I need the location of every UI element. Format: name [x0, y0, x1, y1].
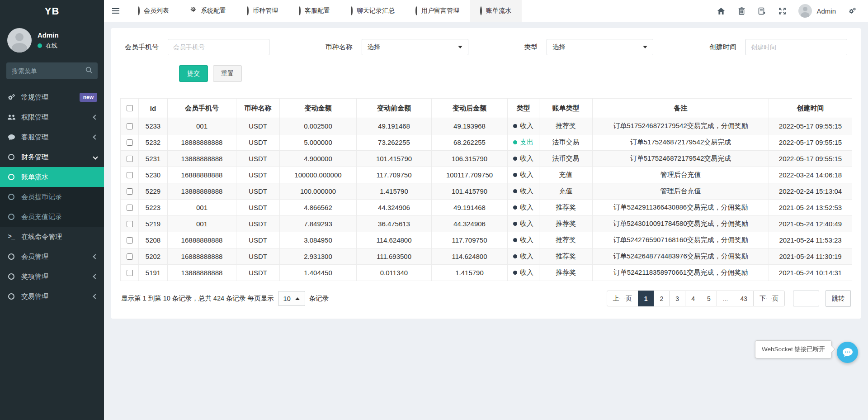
circle-icon [7, 253, 16, 260]
column-header: 币种名称 [236, 99, 280, 118]
sidebar-item[interactable]: 权限管理 [0, 107, 104, 127]
cell-created-time: 2021-05-24 11:53:23 [769, 232, 852, 248]
row-checkbox[interactable] [127, 188, 133, 195]
sidebar-item[interactable]: 奖项管理 [0, 267, 104, 286]
column-header: 类型 [508, 99, 539, 118]
table-row: 520816888888888USDT3.084950114.624800117… [121, 232, 852, 248]
cell-coin: USDT [236, 134, 280, 151]
sidebar-item[interactable]: 交易管理 [0, 286, 104, 306]
cell-bill-type: 法币交易 [539, 151, 593, 167]
circle-icon [7, 174, 16, 180]
clear-cache-icon[interactable] [758, 7, 766, 15]
coin-filter-select[interactable]: 选择 [362, 39, 468, 55]
nav-tabs: 会员列表 系统配置 币种管理 客服配置 聊天记录汇总 用户留言管理 账单流水 [127, 0, 522, 22]
select-all-checkbox[interactable] [127, 105, 133, 111]
cell-type: 收入 [508, 265, 539, 281]
home-icon[interactable] [717, 7, 725, 15]
nav-tab[interactable]: 账单流水 [470, 0, 522, 22]
row-checkbox[interactable] [127, 237, 133, 243]
chevron-down-icon [93, 154, 98, 159]
cell-type: 收入 [508, 232, 539, 248]
table-header-row: Id会员手机号币种名称变动金额变动前金额变动后金额类型账单类型备注创建时间 [121, 99, 852, 118]
nav-tab[interactable]: 聊天记录汇总 [340, 0, 405, 22]
cell-id: 5233 [139, 118, 168, 134]
sidebar-item[interactable]: 常规管理 new [0, 87, 104, 107]
cell-remark: 订单5175246872179542交易完成，分佣奖励 [593, 118, 769, 134]
row-checkbox[interactable] [127, 172, 133, 178]
cell-after-amount: 44.324906 [432, 216, 508, 232]
row-checkbox[interactable] [127, 253, 133, 260]
sidebar-item[interactable]: >_ 在线命令管理 [0, 227, 104, 247]
sidebar-search-input[interactable] [6, 62, 98, 79]
cell-created-time: 2022-05-17 09:55:15 [769, 118, 852, 134]
row-checkbox[interactable] [127, 123, 133, 129]
row-checkbox[interactable] [127, 139, 133, 146]
circle-icon [7, 194, 16, 200]
sidebar-item[interactable]: 会员提币记录 [0, 187, 104, 207]
nav-tab[interactable]: 系统配置 [179, 0, 236, 22]
reset-button[interactable]: 重置 [213, 65, 242, 82]
cell-remark: 订单5175246872179542交易完成 [593, 151, 769, 167]
table-row: 522913888888888USDT100.0000001.415790101… [121, 183, 852, 200]
row-checkbox[interactable] [127, 270, 133, 276]
cell-created-time: 2021-05-24 11:30:19 [769, 248, 852, 265]
cell-phone: 001 [168, 118, 236, 134]
prev-page-button[interactable]: 上一页 [607, 291, 638, 306]
record-summary-suffix: 条记录 [309, 294, 329, 303]
cell-phone: 16888888888 [168, 167, 236, 183]
table-row: 5233001USDT0.00250049.19146849.193968收入推… [121, 118, 852, 134]
page-button[interactable]: 5 [701, 291, 717, 306]
sidebar-item[interactable]: 账单流水 [0, 167, 104, 187]
cell-amount: 1.404450 [280, 265, 357, 281]
gears-icon[interactable] [848, 7, 856, 15]
cell-before-amount: 44.324906 [357, 200, 432, 216]
nav-tab[interactable]: 币种管理 [236, 0, 288, 22]
page-button[interactable]: 1 [638, 291, 654, 306]
nav-tab[interactable]: 会员列表 [127, 0, 179, 22]
trash-icon[interactable] [737, 7, 745, 15]
cell-created-time: 2022-05-17 09:55:15 [769, 134, 852, 151]
phone-filter-input[interactable] [168, 39, 269, 55]
circle-icon [247, 7, 249, 14]
cell-amount: 7.849293 [280, 216, 357, 232]
cell-created-time: 2022-02-24 15:13:04 [769, 183, 852, 200]
user-status-label: 在线 [46, 42, 57, 50]
chat-bubble-icon[interactable] [837, 342, 858, 363]
chevron-left-icon [93, 134, 98, 139]
cell-amount: 4.900000 [280, 151, 357, 167]
jump-page-input[interactable] [793, 291, 819, 306]
row-checkbox[interactable] [127, 156, 133, 162]
sidebar-item[interactable]: 会员充值记录 [0, 207, 104, 227]
cell-amount: 5.000000 [280, 134, 357, 151]
page-button[interactable]: 2 [654, 291, 670, 306]
page-button[interactable]: 3 [669, 291, 685, 306]
type-filter-select[interactable]: 选择 [547, 39, 653, 55]
nav-user[interactable]: Admin [798, 4, 836, 18]
cell-remark: 管理后台充值 [593, 167, 769, 183]
sidebar-item[interactable]: 会员管理 [0, 247, 104, 267]
nav-tab[interactable]: 客服配置 [288, 0, 340, 22]
row-checkbox[interactable] [127, 221, 133, 227]
row-checkbox[interactable] [127, 205, 133, 211]
type-dot-icon [513, 222, 517, 226]
cell-remark: 订单5175246872179542交易完成 [593, 134, 769, 151]
search-icon[interactable] [85, 67, 93, 75]
cell-after-amount: 68.262255 [432, 134, 508, 151]
jump-button[interactable]: 跳转 [826, 290, 851, 307]
sidebar-item[interactable]: 客服管理 [0, 127, 104, 147]
nav-tab[interactable]: 用户留言管理 [405, 0, 470, 22]
cell-after-amount: 49.191468 [432, 200, 508, 216]
hamburger-menu-icon[interactable] [104, 0, 127, 22]
cell-bill-type: 推荐奖 [539, 248, 593, 265]
time-filter-input[interactable] [745, 39, 847, 55]
online-status-icon [38, 43, 42, 48]
sidebar: YB Admin 在线 常规管理 new 权限管理 客服管理 财务管理 账单流水… [0, 0, 104, 420]
type-dot-icon [513, 238, 517, 242]
page-button[interactable]: 4 [685, 291, 701, 306]
fullscreen-icon[interactable] [778, 7, 786, 15]
per-page-select[interactable]: 10 [278, 291, 305, 306]
next-page-button[interactable]: 下一页 [753, 291, 785, 306]
page-button[interactable]: 43 [734, 291, 754, 306]
sidebar-item[interactable]: 财务管理 [0, 147, 104, 167]
submit-button[interactable]: 提交 [179, 65, 208, 82]
